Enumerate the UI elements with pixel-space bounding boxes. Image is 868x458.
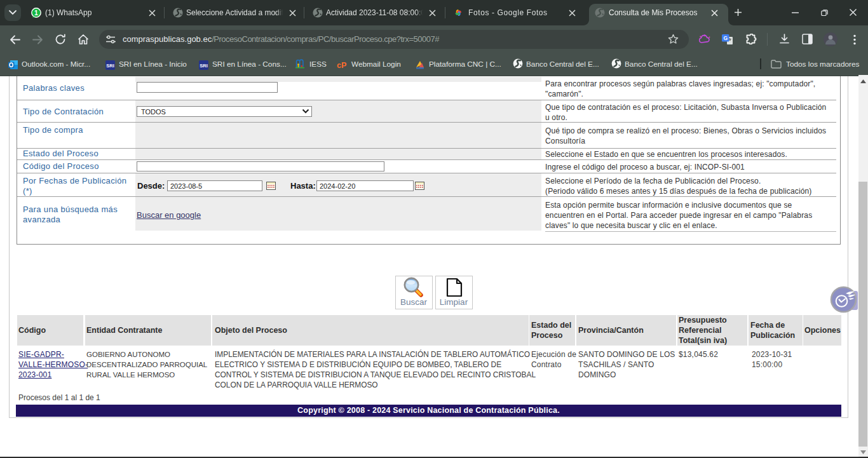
svg-text:1: 1 bbox=[34, 9, 38, 17]
svg-text:SRI: SRI bbox=[106, 63, 114, 69]
svg-text:SRI: SRI bbox=[200, 63, 208, 69]
svg-text:cP: cP bbox=[337, 61, 346, 70]
svg-text:G: G bbox=[723, 35, 728, 41]
